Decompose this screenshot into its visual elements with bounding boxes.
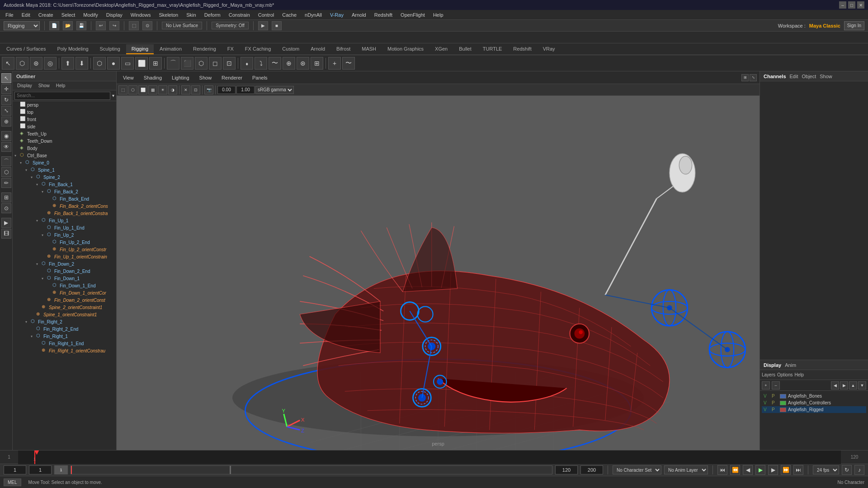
vp-layout-btn[interactable]: ⊞ bbox=[741, 74, 749, 81]
curve-btn[interactable]: ⌒ bbox=[167, 57, 179, 70]
up-layer-btn[interactable]: ▲ bbox=[849, 381, 857, 389]
tab-curves-surfaces[interactable]: Curves / Surfaces bbox=[1, 44, 51, 54]
nurbs-btn[interactable]: ◻ bbox=[209, 57, 222, 70]
live-surface-btn[interactable]: No Live Surface bbox=[162, 22, 202, 29]
tab-bifrost[interactable]: Bifrost bbox=[331, 44, 356, 54]
paint-btn[interactable]: ✏ bbox=[1, 178, 11, 188]
select-btn[interactable]: ⬚ bbox=[129, 21, 139, 30]
fps-dropdown[interactable]: 24 fps bbox=[813, 465, 839, 474]
audio-btn[interactable]: ♪ bbox=[854, 465, 864, 475]
outliner-search-icon[interactable]: ▾ bbox=[112, 93, 114, 98]
mel-mode-label[interactable]: MEL bbox=[4, 479, 21, 486]
tree-item-fin-up-1-end[interactable]: ⬡ Fin_Up_1_End bbox=[13, 224, 116, 231]
tree-item-fin-down-2-orient[interactable]: ⊕ Fin_Down_2_orientConst bbox=[13, 296, 116, 304]
sculpt-btn[interactable]: ⬡ bbox=[1, 167, 11, 177]
tab-fx[interactable]: FX bbox=[222, 44, 239, 54]
menu-skin[interactable]: Skin bbox=[183, 11, 199, 19]
ik-spline-btn[interactable]: 〜 bbox=[269, 57, 281, 70]
playback-stop-btn[interactable]: ■ bbox=[272, 21, 282, 30]
menu-arnold[interactable]: Arnold bbox=[348, 11, 370, 19]
menu-cache[interactable]: Cache bbox=[278, 11, 300, 19]
grid-btn[interactable]: ⊞ bbox=[1, 192, 11, 202]
tab-rendering[interactable]: Rendering bbox=[188, 44, 222, 54]
remove-layer-btn[interactable]: – bbox=[772, 381, 780, 389]
tab-custom[interactable]: Custom bbox=[277, 44, 305, 54]
step-forward-btn[interactable]: ⏩ bbox=[781, 465, 791, 475]
new-file-btn[interactable]: 📄 bbox=[49, 21, 59, 30]
tree-item-spine2-orient[interactable]: ⊕ Spine_2_orientConstraint1 bbox=[13, 304, 116, 311]
open-file-btn[interactable]: 📂 bbox=[63, 21, 73, 30]
menu-constrain[interactable]: Constrain bbox=[225, 11, 254, 19]
character-set-dropdown[interactable]: No Character Set bbox=[613, 465, 661, 474]
skip-to-start-btn[interactable]: ⏮ bbox=[717, 465, 727, 475]
joint-tool-btn[interactable]: ⬧ bbox=[241, 57, 253, 70]
curve-tool-btn[interactable]: ⌒ bbox=[1, 156, 11, 166]
timeline-ruler[interactable]: 1 bbox=[18, 450, 841, 464]
tree-item-fin-up-2-end[interactable]: ⬡ Fin_Up_2_End bbox=[13, 239, 116, 246]
tree-item-spine1[interactable]: ▾ ⬡ Spine_1 bbox=[13, 166, 116, 174]
layer-row-rigged[interactable]: V P Anglefish_Rigged bbox=[762, 406, 866, 413]
outliner-search-input[interactable] bbox=[14, 92, 110, 100]
menu-display[interactable]: Display bbox=[103, 11, 126, 19]
mirror-skin-btn[interactable]: ⊞ bbox=[311, 57, 323, 70]
lasso-tool-btn[interactable]: ⬡ bbox=[16, 57, 28, 70]
paint-select-btn[interactable]: ⊛ bbox=[30, 57, 42, 70]
tree-item-fin-right-1-end[interactable]: ⬡ Fin_Right_1_End bbox=[13, 340, 116, 347]
tab-rigging[interactable]: Rigging bbox=[126, 44, 154, 54]
vertex-mode-btn[interactable]: ● bbox=[107, 57, 120, 70]
object-tab[interactable]: Object bbox=[802, 74, 816, 79]
select-tool-btn[interactable]: ↖ bbox=[2, 57, 14, 70]
symmetry-btn[interactable]: Symmetry: Off bbox=[212, 22, 249, 29]
face-mode-btn[interactable]: ⬜ bbox=[135, 57, 148, 70]
move-up-btn[interactable]: ⬆ bbox=[61, 57, 74, 70]
tree-item-persp[interactable]: ⬜ persp bbox=[13, 101, 116, 108]
lasso-btn[interactable]: ⊙ bbox=[142, 21, 152, 30]
add-layer-btn[interactable]: + bbox=[762, 381, 770, 389]
playback-end-input[interactable] bbox=[555, 465, 578, 474]
surface-btn[interactable]: ⬛ bbox=[181, 57, 193, 70]
layers-menu-layers[interactable]: Layers bbox=[762, 372, 775, 377]
menu-skeleton[interactable]: Skeleton bbox=[155, 11, 182, 19]
menu-control[interactable]: Control bbox=[255, 11, 278, 19]
layers-menu-help[interactable]: Help bbox=[794, 372, 804, 377]
playback-range-bar[interactable] bbox=[71, 465, 552, 474]
skip-to-end-btn[interactable]: ⏭ bbox=[793, 465, 803, 475]
universal-manipulator-btn[interactable]: ⊕ bbox=[1, 117, 11, 127]
tab-poly-modeling[interactable]: Poly Modeling bbox=[52, 44, 94, 54]
playback-btn[interactable]: ▶ bbox=[258, 21, 268, 30]
layer-row-bones[interactable]: V P Anglefish_Bones bbox=[762, 393, 866, 399]
tree-item-fin-up-2[interactable]: ▾ ⬡ Fin_Up_2 bbox=[13, 231, 116, 239]
tree-item-ctrl-base[interactable]: ▾ ⬡ Ctrl_Base bbox=[13, 152, 116, 159]
vp-menu-show[interactable]: Show bbox=[196, 74, 216, 81]
save-file-btn[interactable]: 💾 bbox=[76, 21, 86, 30]
vp-iso-select-btn[interactable]: ⊡ bbox=[191, 85, 200, 94]
current-frame-input[interactable] bbox=[29, 465, 52, 474]
menu-modify[interactable]: Modify bbox=[80, 11, 101, 19]
tab-bullet[interactable]: Bullet bbox=[453, 44, 477, 54]
tree-item-front[interactable]: ⬜ front bbox=[13, 116, 116, 123]
down-layer-btn[interactable]: ▼ bbox=[858, 381, 866, 389]
viewport-canvas[interactable]: X Y Z persp bbox=[117, 96, 760, 450]
outliner-tree[interactable]: ⬜ persp ⬜ top ⬜ front ⬜ sid bbox=[13, 101, 116, 450]
sign-in-btn[interactable]: Sign In bbox=[844, 21, 864, 30]
render-preview-btn[interactable]: ▶ bbox=[1, 218, 11, 228]
menu-openflight[interactable]: OpenFlight bbox=[397, 11, 429, 19]
vp-textured-btn[interactable]: ▩ bbox=[148, 85, 157, 94]
close-button[interactable]: ✕ bbox=[857, 1, 864, 9]
move-mode-btn[interactable]: ✛ bbox=[1, 84, 11, 94]
step-back-btn[interactable]: ⏪ bbox=[730, 465, 740, 475]
select-mode-btn[interactable]: ↖ bbox=[1, 73, 11, 83]
menu-redshift[interactable]: Redshift bbox=[371, 11, 396, 19]
vp-exposure-input[interactable] bbox=[217, 86, 236, 94]
menu-ndynall[interactable]: nDynAll bbox=[301, 11, 326, 19]
tree-item-teeth-up[interactable]: ◈ Teeth_Up bbox=[13, 130, 116, 137]
total-frames-input[interactable] bbox=[580, 465, 603, 474]
menu-select[interactable]: Select bbox=[58, 11, 79, 19]
show-tab[interactable]: Show bbox=[820, 74, 832, 79]
tree-item-top[interactable]: ⬜ top bbox=[13, 108, 116, 116]
show-hide-btn[interactable]: 👁 bbox=[1, 142, 11, 152]
tree-item-fin-right-1[interactable]: ▾ ⬡ Fin_Right_1 bbox=[13, 333, 116, 340]
tree-item-body[interactable]: ◈ Body bbox=[13, 145, 116, 152]
tab-sculpting[interactable]: Sculpting bbox=[94, 44, 126, 54]
edge-mode-btn[interactable]: ▭ bbox=[121, 57, 134, 70]
